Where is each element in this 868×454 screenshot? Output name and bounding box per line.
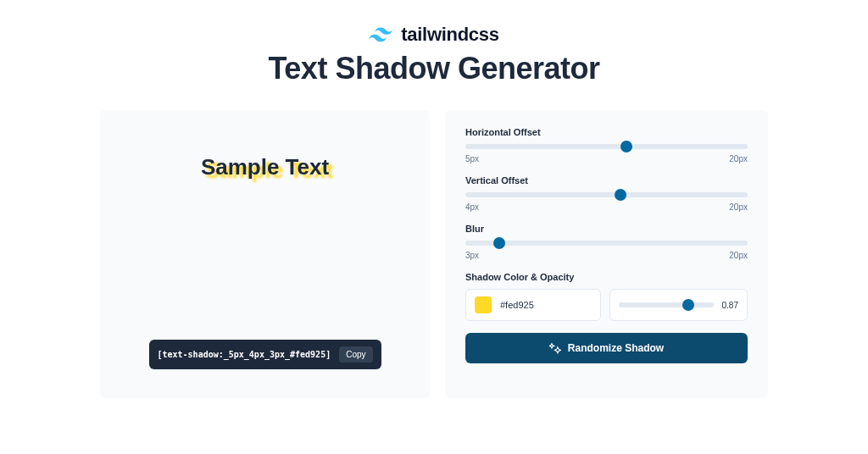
tailwind-logo-icon	[369, 26, 392, 43]
slider-min: 4px	[465, 202, 479, 212]
color-opacity-label: Shadow Color & Opacity	[465, 272, 748, 282]
copy-button[interactable]: Copy	[339, 346, 372, 363]
slider-thumb[interactable]	[620, 141, 632, 152]
blur-control: Blur 3px 20px	[465, 224, 748, 260]
code-output: [text-shadow:_5px_4px_3px_#fed925] Copy	[148, 340, 381, 369]
vertical-offset-slider[interactable]	[465, 192, 748, 197]
code-text: [text-shadow:_5px_4px_3px_#fed925]	[157, 350, 331, 359]
slider-max: 20px	[729, 251, 748, 260]
vertical-offset-control: Vertical Offset 4px 20px	[465, 175, 748, 212]
slider-thumb[interactable]	[493, 237, 505, 249]
color-hex-value: #fed925	[500, 300, 534, 310]
slider-range: 4px 20px	[465, 202, 748, 212]
logo-row: tailwindcss	[0, 24, 868, 46]
page-title: Text Shadow Generator	[0, 51, 868, 86]
slider-range: 3px 20px	[465, 251, 748, 260]
slider-min: 3px	[465, 251, 479, 260]
blur-label: Blur	[465, 224, 748, 234]
slider-range: 5px 20px	[465, 154, 748, 163]
opacity-input: 0.87	[609, 289, 748, 321]
vertical-offset-label: Vertical Offset	[465, 175, 748, 185]
sample-text: Sample Text	[201, 154, 329, 180]
header: tailwindcss Text Shadow Generator	[0, 0, 868, 86]
horizontal-offset-control: Horizontal Offset 5px 20px	[465, 127, 748, 163]
slider-min: 5px	[465, 154, 479, 163]
opacity-value: 0.87	[722, 301, 738, 310]
slider-max: 20px	[729, 202, 748, 212]
horizontal-offset-slider[interactable]	[465, 144, 748, 149]
color-swatch[interactable]	[475, 296, 492, 313]
slider-thumb[interactable]	[682, 299, 694, 311]
brand-name: tailwindcss	[401, 24, 498, 46]
slider-thumb[interactable]	[615, 189, 626, 201]
slider-max: 20px	[729, 154, 748, 163]
controls-panel: Horizontal Offset 5px 20px Vertical Offs…	[445, 110, 768, 398]
randomize-button[interactable]: Randomize Shadow	[465, 333, 748, 363]
opacity-slider[interactable]	[619, 302, 714, 307]
blur-slider[interactable]	[465, 241, 748, 246]
sparkle-icon	[549, 342, 561, 354]
panels: Sample Text [text-shadow:_5px_4px_3px_#f…	[0, 86, 868, 398]
randomize-label: Randomize Shadow	[568, 342, 664, 354]
color-opacity-control: Shadow Color & Opacity #fed925 0.87	[465, 272, 748, 321]
horizontal-offset-label: Horizontal Offset	[465, 127, 748, 137]
color-input[interactable]: #fed925	[465, 289, 601, 321]
preview-panel: Sample Text [text-shadow:_5px_4px_3px_#f…	[100, 110, 430, 398]
